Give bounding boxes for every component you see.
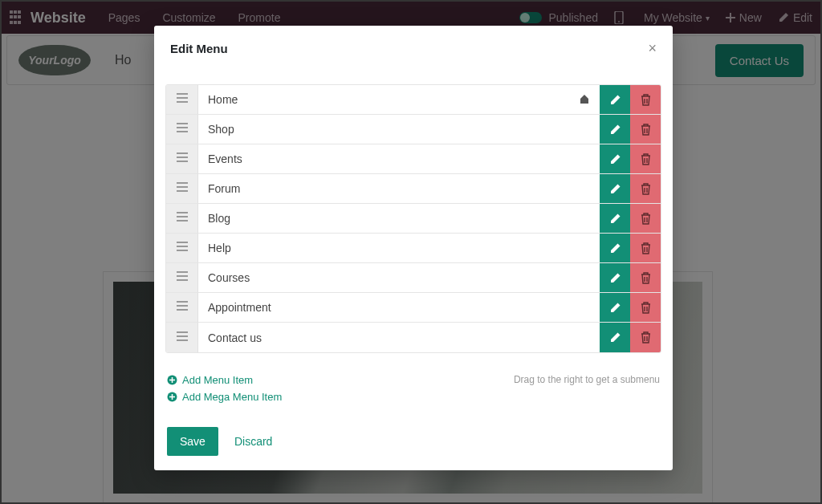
delete-item-button[interactable] (630, 174, 661, 203)
delete-item-button[interactable] (630, 263, 661, 292)
delete-item-button[interactable] (630, 144, 661, 173)
pencil-icon (609, 213, 621, 225)
bars-icon (176, 270, 189, 285)
drag-handle[interactable] (166, 174, 198, 203)
drag-handle[interactable] (166, 293, 198, 322)
discard-button[interactable]: Discard (234, 435, 272, 448)
menu-item-label[interactable]: Help (198, 234, 600, 262)
edit-item-button[interactable] (600, 263, 630, 292)
drag-handle[interactable] (166, 323, 198, 352)
edit-item-button[interactable] (600, 323, 630, 352)
bars-icon (176, 181, 189, 196)
menu-item-label[interactable]: Shop (198, 115, 600, 144)
edit-item-button[interactable] (600, 144, 630, 173)
trash-icon (641, 213, 651, 225)
pencil-icon (609, 302, 621, 314)
bars-icon (176, 331, 189, 345)
bars-icon (176, 122, 189, 136)
pencil-icon (609, 94, 621, 106)
save-button[interactable]: Save (167, 427, 218, 456)
bars-icon (176, 241, 189, 255)
close-icon: × (648, 40, 657, 56)
menu-row: Home (166, 85, 661, 115)
delete-item-button[interactable] (630, 204, 661, 233)
menu-item-label[interactable]: Events (198, 144, 600, 173)
modal-header: Edit Menu × (154, 26, 673, 84)
menu-row: Blog (166, 204, 661, 234)
bars-icon (176, 211, 189, 226)
trash-icon (641, 124, 651, 136)
bars-icon (176, 152, 189, 166)
plus-circle-icon (167, 392, 177, 402)
below-list: Add Menu Item Add Mega Menu Item Drag to… (154, 353, 673, 408)
edit-item-button[interactable] (600, 234, 630, 262)
menu-row: Forum (166, 174, 661, 204)
add-mega-menu-item-link[interactable]: Add Mega Menu Item (167, 391, 282, 403)
pencil-icon (609, 124, 621, 136)
trash-icon (641, 272, 651, 284)
trash-icon (641, 183, 651, 195)
menu-row: Contact us (166, 323, 661, 352)
trash-icon (641, 331, 651, 343)
bars-icon (176, 300, 189, 315)
trash-icon (641, 242, 651, 254)
pencil-icon (609, 153, 621, 165)
drag-hint: Drag to the right to get a submenu (514, 374, 660, 408)
edit-menu-modal: Edit Menu × HomeShopEventsForumBlogHelpC… (154, 26, 673, 470)
drag-handle[interactable] (166, 263, 198, 292)
menu-row: Shop (166, 115, 661, 144)
delete-item-button[interactable] (630, 293, 661, 322)
drag-handle[interactable] (166, 85, 198, 114)
pencil-icon (609, 331, 621, 343)
modal-footer: Save Discard (154, 408, 673, 456)
edit-item-button[interactable] (600, 174, 630, 203)
drag-handle[interactable] (166, 144, 198, 173)
drag-handle[interactable] (166, 204, 198, 233)
home-icon (579, 93, 590, 107)
edit-item-button[interactable] (600, 293, 630, 322)
menu-item-label[interactable]: Forum (198, 174, 600, 203)
plus-circle-icon (167, 375, 177, 385)
modal-title: Edit Menu (170, 42, 228, 55)
menu-row: Appointment (166, 293, 661, 323)
menu-item-label[interactable]: Courses (198, 263, 600, 292)
delete-item-button[interactable] (630, 234, 661, 262)
menu-row: Courses (166, 263, 661, 293)
pencil-icon (609, 242, 621, 254)
delete-item-button[interactable] (630, 115, 661, 144)
trash-icon (641, 94, 651, 106)
menu-row: Events (166, 144, 661, 174)
menu-item-label[interactable]: Blog (198, 204, 600, 233)
close-button[interactable]: × (648, 40, 657, 57)
delete-item-button[interactable] (630, 323, 661, 352)
drag-handle[interactable] (166, 115, 198, 144)
edit-item-button[interactable] (600, 204, 630, 233)
delete-item-button[interactable] (630, 85, 661, 114)
edit-item-button[interactable] (600, 85, 630, 114)
menu-item-label[interactable]: Appointment (198, 293, 600, 322)
trash-icon (641, 153, 651, 165)
menu-item-label[interactable]: Contact us (198, 323, 600, 352)
menu-list: HomeShopEventsForumBlogHelpCoursesAppoin… (165, 84, 661, 353)
menu-row: Help (166, 234, 661, 263)
pencil-icon (609, 272, 621, 284)
trash-icon (641, 302, 651, 314)
bars-icon (176, 92, 189, 107)
menu-item-label[interactable]: Home (198, 85, 600, 114)
edit-item-button[interactable] (600, 115, 630, 144)
pencil-icon (609, 183, 621, 195)
drag-handle[interactable] (166, 234, 198, 262)
add-menu-item-link[interactable]: Add Menu Item (167, 374, 282, 386)
